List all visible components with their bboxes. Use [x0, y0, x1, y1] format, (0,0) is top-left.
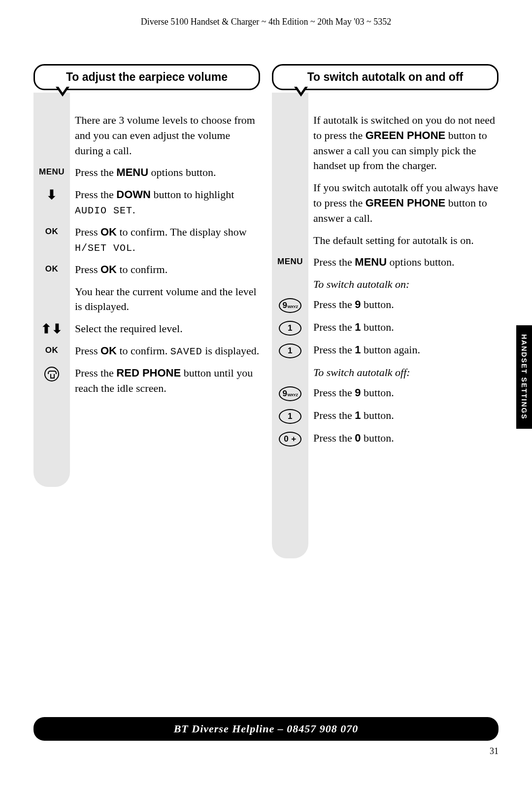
ok-label-icon: OK [33, 225, 70, 255]
left-body: There are 3 volume levels to choose from… [33, 90, 260, 396]
step-down: ⬇ Press the DOWN button to highlight AUD… [33, 187, 260, 218]
ok-label-icon: OK [33, 262, 70, 277]
step-key0: 0 + Press the 0 button. [272, 431, 499, 447]
step-key1b: 1 Press the 1 button again. [272, 343, 499, 358]
right-column: To switch autotalk on and off If autotal… [272, 64, 499, 453]
menu-label-icon: MENU [33, 165, 70, 180]
step-ok2: OK Press OK to confirm. [33, 262, 260, 277]
subhead-off: To switch autotalk off: [313, 365, 499, 380]
intro-row: There are 3 volume levels to choose from… [33, 113, 260, 158]
page-number: 31 [490, 746, 499, 757]
section-tab: HANDSET SETTINGS [516, 325, 532, 429]
step-ok3: OK Press OK to confirm. SAVED is display… [33, 344, 260, 359]
step-key1: 1 Press the 1 button. [272, 320, 499, 336]
step-updown: ⬆⬇ Select the required level. [33, 321, 260, 337]
doc-header: Diverse 5100 Handset & Charger ~ 4th Edi… [0, 17, 532, 27]
title-pointer-icon [294, 87, 308, 97]
right-body: If autotalk is switched on you do not ne… [272, 90, 499, 447]
title-pointer-icon [56, 87, 69, 97]
helpline-footer: BT Diverse Helpline – 08457 908 070 [33, 717, 499, 741]
arrow-down-icon: ⬇ [33, 187, 70, 218]
intro-row: If you switch autotalk off you always ha… [272, 180, 499, 226]
step-menu: MENU Press the MENU options button. [33, 165, 260, 180]
menu-label-icon: MENU [272, 255, 308, 270]
step-key9: 9WXYZ Press the 9 button. [272, 297, 499, 313]
key-9-icon: 9WXYZ [272, 297, 308, 313]
key-1-icon: 1 [272, 343, 308, 358]
intro-row: The default setting for autotalk is on. [272, 233, 499, 248]
left-column: To adjust the earpiece volume There are … [33, 64, 260, 453]
main-content: To adjust the earpiece volume There are … [33, 64, 499, 453]
key-1-icon: 1 [272, 408, 308, 424]
ok-label-icon: OK [33, 344, 70, 359]
step-ok1: OK Press OK to confirm. The display show… [33, 225, 260, 255]
step-result: You hear the current volume and the leve… [33, 284, 260, 315]
intro-text: There are 3 volume levels to choose from… [70, 113, 260, 158]
phone-icon [33, 366, 70, 396]
step-redphone: Press the RED PHONE button until you rea… [33, 366, 260, 396]
arrow-updown-icon: ⬆⬇ [33, 321, 70, 337]
step-menu: MENU Press the MENU options button. [272, 255, 499, 270]
step-key1c: 1 Press the 1 button. [272, 408, 499, 424]
key-9-icon: 9WXYZ [272, 385, 308, 401]
key-0-icon: 0 + [272, 431, 308, 447]
step-key9b: 9WXYZ Press the 9 button. [272, 385, 499, 401]
key-1-icon: 1 [272, 320, 308, 336]
intro-row: If autotalk is switched on you do not ne… [272, 113, 499, 173]
subhead-on: To switch autotalk on: [313, 277, 499, 292]
